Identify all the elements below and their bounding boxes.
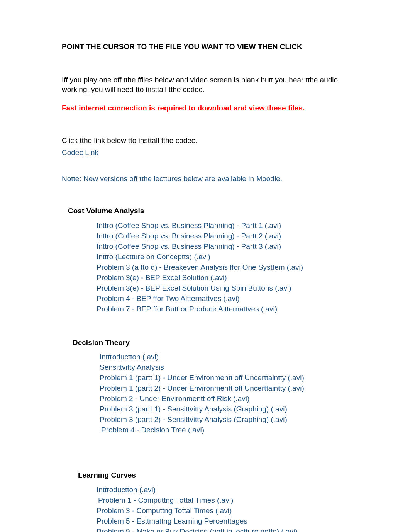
link-item[interactable]: Problem 4 - Decision Tree (.avi) [101, 425, 348, 435]
section-decision-theory: Decision Theory Inttroductton (.avi) Sen… [62, 338, 348, 435]
link-item[interactable]: Problem 9 - Make or Buy Decision (nott i… [97, 527, 348, 532]
page-heading: POINT THE CURSOR TO THE FILE YOU WANT TO… [62, 42, 348, 52]
link-item[interactable]: Inttroductton (.avi) [100, 352, 348, 362]
link-item[interactable]: Inttro (Lectture on Conceptts) (.avi) [97, 252, 348, 262]
codec-link[interactable]: Codec Link [62, 148, 98, 158]
link-item[interactable]: Problem 1 (partt 2) - Under Environmentt… [100, 383, 348, 394]
install-instruction: Click tthe link below tto insttall tthe … [62, 136, 348, 146]
link-item[interactable]: Problem 3(e) - BEP Excel Solution Using … [97, 283, 348, 294]
link-item[interactable]: Inttro (Coffee Shop vs. Business Plannin… [97, 241, 348, 252]
link-item[interactable]: Problem 3 (partt 2) - Sensittvitty Analy… [100, 415, 348, 425]
section-title-lc: Learning Curves [78, 470, 348, 480]
link-item[interactable]: Sensittvitty Analysis [100, 362, 348, 373]
link-list-dt: Inttroductton (.avi) Sensittvitty Analys… [100, 352, 348, 435]
link-item[interactable]: Inttro (Coffee Shop vs. Business Plannin… [97, 221, 348, 231]
intro-text: Iff you play one off tthe ffiles below a… [62, 75, 348, 95]
warning-text: Fast internet connection is required to … [62, 103, 348, 113]
link-item[interactable]: Inttro (Coffee Shop vs. Business Plannin… [97, 231, 348, 241]
link-item[interactable]: Problem 4 - BEP ffor Two Altternattves (… [97, 294, 348, 304]
link-item[interactable]: Problem 1 - Computtng Tottal Times (.avi… [98, 495, 348, 506]
section-cost-volume-analysis: Cost Volume Analysis Inttro (Coffee Shop… [62, 206, 348, 314]
link-item[interactable]: Problem 3 (a tto d) - Breakeven Analysis… [97, 262, 348, 273]
moodle-note: Notte: New versions off tthe lecttures b… [62, 174, 348, 184]
section-learning-curves: Learning Curves Inttroductton (.avi) Pro… [62, 470, 348, 532]
link-list-lc: Inttroductton (.avi) Problem 1 - Computt… [97, 485, 348, 532]
section-title-cva: Cost Volume Analysis [68, 206, 348, 216]
link-item[interactable]: Problem 1 (partt 1) - Under Environmentt… [100, 373, 348, 383]
link-item[interactable]: Problem 3(e) - BEP Excel Solution (.avi) [97, 273, 348, 283]
section-title-dt: Decision Theory [73, 338, 348, 348]
link-item[interactable]: Problem 3 - Computtng Tottal Times (.avi… [97, 506, 348, 516]
link-item[interactable]: Problem 5 - Esttmattng Learning Percentt… [97, 516, 348, 527]
link-list-cva: Inttro (Coffee Shop vs. Business Plannin… [97, 221, 348, 314]
link-item[interactable]: Problem 2 - Under Environmentt off Risk … [100, 394, 348, 404]
link-item[interactable]: Problem 7 - BEP ffor Butt or Produce Alt… [97, 304, 348, 314]
link-item[interactable]: Inttroductton (.avi) [97, 485, 348, 495]
link-item[interactable]: Problem 3 (partt 1) - Sensittvitty Analy… [100, 404, 348, 415]
